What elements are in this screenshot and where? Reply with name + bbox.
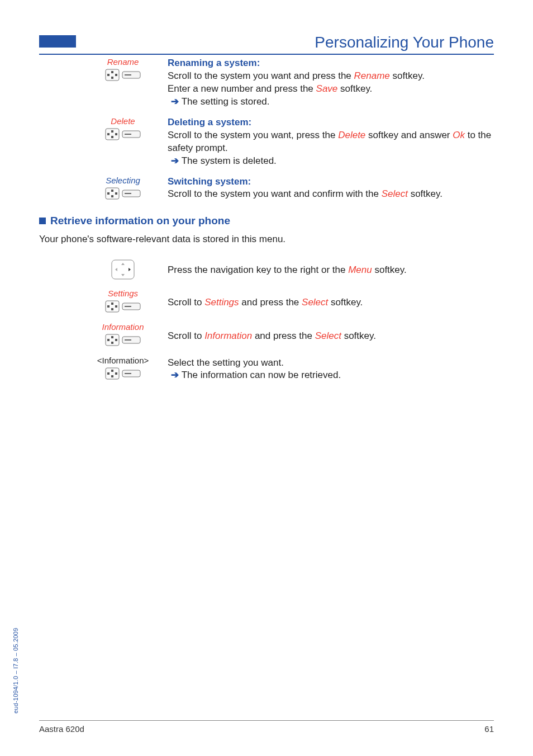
arrow-icon: ➔ — [171, 370, 182, 380]
body-rename: Renaming a system: Scroll to the system … — [168, 57, 494, 108]
lead-information: Information — [78, 322, 168, 348]
entry-rename: Rename Renaming a system: Scroll to the … — [78, 57, 494, 108]
dpad-icon — [105, 367, 120, 381]
heading: Deleting a system: — [168, 116, 494, 129]
body-information: Scroll to Information and press the Sele… — [168, 322, 494, 343]
entry-info-sub: <Information> Select the setting you wan… — [78, 356, 494, 382]
line: Select the setting you want. — [168, 357, 494, 370]
svg-rect-29 — [107, 305, 110, 308]
svg-rect-1 — [111, 71, 113, 73]
svg-rect-9 — [111, 136, 113, 138]
line: Scroll to the system you want and press … — [168, 70, 494, 83]
result: ➔ The system is deleted. — [168, 155, 494, 168]
navigation-key-icon — [110, 258, 136, 281]
lead-label: Information — [78, 322, 168, 332]
svg-rect-11 — [115, 133, 117, 135]
softkey-icon — [122, 188, 141, 200]
softkey-icon — [122, 70, 141, 82]
svg-rect-39 — [125, 339, 131, 341]
dpad-icon — [105, 334, 120, 348]
arrow-icon: ➔ — [171, 155, 182, 166]
lead-rename: Rename — [78, 57, 168, 83]
entry-information: Information Scroll to Information and pr… — [78, 322, 494, 348]
body-info-sub: Select the setting you want. ➔ The infor… — [168, 356, 494, 382]
lead-selecting: Selecting — [78, 176, 168, 201]
softkey-icon — [122, 335, 141, 347]
lead-label: Delete — [78, 116, 168, 126]
svg-rect-4 — [115, 74, 117, 76]
svg-rect-18 — [115, 192, 117, 195]
subsection-title: Retrieve information on your phone — [50, 215, 230, 227]
line: Scroll to the system you want and confir… — [168, 188, 494, 201]
lead-label: Selecting — [78, 176, 168, 185]
arrow-icon: ➔ — [171, 96, 182, 107]
svg-rect-15 — [111, 190, 113, 192]
intro-text: Your phone's software-relevant data is s… — [39, 234, 494, 245]
entry-settings: Settings Scroll to Settings and press th… — [78, 289, 494, 314]
footer-left: Aastra 620d — [39, 724, 84, 734]
svg-rect-3 — [107, 74, 110, 76]
softkey-icon — [122, 301, 141, 313]
line: Press the navigation key to the right or… — [168, 264, 494, 277]
entry-selecting: Selecting Switching system: Scroll to th… — [78, 176, 494, 201]
result: ➔ The information can now be retrieved. — [168, 369, 494, 382]
page-footer: Aastra 620d 61 — [39, 720, 494, 734]
svg-rect-37 — [115, 339, 117, 341]
svg-rect-32 — [125, 306, 131, 307]
svg-rect-16 — [111, 195, 113, 197]
lead-delete: Delete — [78, 116, 168, 142]
subsection-header: Retrieve information on your phone — [39, 215, 494, 227]
square-bullet-icon — [39, 218, 46, 224]
svg-rect-42 — [111, 375, 113, 377]
svg-rect-46 — [125, 373, 131, 374]
svg-rect-6 — [125, 74, 131, 75]
entry-nav: Press the navigation key to the right or… — [78, 258, 494, 281]
line: Scroll to Information and press the Sele… — [168, 330, 494, 343]
entry-delete: Delete Deleting a system: Scroll to the … — [78, 116, 494, 168]
dpad-icon — [105, 187, 120, 201]
svg-rect-35 — [111, 342, 113, 344]
body-selecting: Switching system: Scroll to the system y… — [168, 176, 494, 201]
result: ➔ The setting is stored. — [168, 96, 494, 108]
dpad-icon — [105, 128, 120, 142]
svg-rect-8 — [111, 130, 113, 133]
svg-rect-43 — [107, 372, 110, 375]
heading: Switching system: — [168, 176, 494, 188]
svg-rect-2 — [111, 77, 113, 79]
dpad-icon — [105, 300, 120, 314]
instruction-group-info: Press the navigation key to the right or… — [78, 258, 494, 382]
instruction-group-system: Rename Renaming a system: Scroll to the … — [78, 57, 494, 201]
doc-id-label: eud-1094/1.0 – I7.8 – 05.2009 — [12, 628, 19, 714]
svg-rect-28 — [111, 308, 113, 310]
lead-label: Settings — [78, 289, 168, 298]
softkey-icon — [122, 129, 141, 141]
softkey-icon — [122, 368, 141, 380]
footer-page-number: 61 — [484, 724, 494, 734]
body-delete: Deleting a system: Scroll to the system … — [168, 116, 494, 168]
body-nav: Press the navigation key to the right or… — [168, 258, 494, 277]
svg-rect-17 — [107, 192, 110, 195]
lead-settings: Settings — [78, 289, 168, 314]
body-settings: Scroll to Settings and press the Select … — [168, 289, 494, 309]
svg-rect-13 — [125, 134, 131, 135]
line: Scroll to Settings and press the Select … — [168, 296, 494, 309]
lead-label: Rename — [78, 57, 168, 67]
svg-rect-27 — [111, 303, 113, 305]
page-header: Personalizing Your Phone — [39, 34, 494, 55]
lead-nav — [78, 258, 168, 281]
svg-rect-30 — [115, 305, 117, 308]
svg-rect-36 — [107, 339, 110, 341]
page-title: Personalizing Your Phone — [76, 34, 494, 54]
line: Scroll to the system you want, press the… — [168, 129, 494, 155]
header-accent-bar — [39, 35, 76, 48]
svg-rect-41 — [111, 370, 113, 372]
dpad-icon — [105, 69, 120, 83]
heading: Renaming a system: — [168, 57, 494, 70]
lead-info-sub: <Information> — [78, 356, 168, 381]
line: Enter a new number and press the Save so… — [168, 83, 494, 96]
svg-rect-44 — [115, 372, 117, 375]
svg-rect-10 — [107, 133, 110, 135]
svg-rect-34 — [111, 336, 113, 338]
svg-rect-20 — [125, 193, 131, 194]
lead-label: <Information> — [78, 356, 168, 365]
